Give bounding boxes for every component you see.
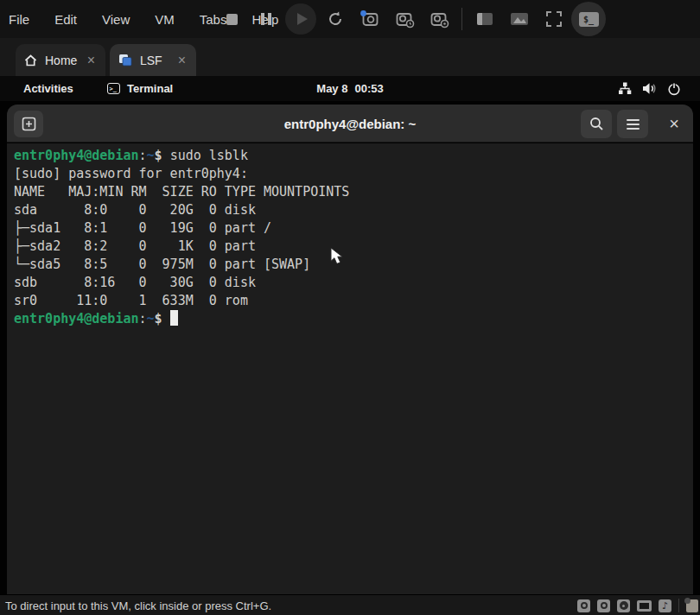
cd-dvd-icon[interactable] bbox=[617, 599, 630, 612]
stop-icon bbox=[226, 14, 238, 25]
close-icon: × bbox=[669, 114, 679, 134]
hard-disk-1-icon[interactable] bbox=[577, 599, 590, 612]
display-icon[interactable] bbox=[637, 600, 652, 612]
restart-vm-button[interactable] bbox=[318, 0, 353, 38]
tab-lsf-close-icon[interactable]: × bbox=[176, 54, 188, 67]
volume-icon bbox=[642, 82, 657, 95]
revert-snapshot-button[interactable] bbox=[387, 0, 422, 38]
fullscreen-button[interactable] bbox=[537, 0, 571, 38]
play-icon bbox=[297, 13, 308, 25]
clock-date: May 8 bbox=[316, 82, 347, 95]
terminal-window: entr0phy4@debian: ~ × bbox=[7, 105, 693, 594]
vm-toolbar: $_ bbox=[214, 0, 606, 38]
console-view-button[interactable]: $_ bbox=[571, 0, 606, 38]
library-panel-button[interactable] bbox=[468, 0, 502, 38]
toolbar-separator bbox=[461, 8, 462, 30]
terminal-output-line: └─sda5 8:5 0 975M 0 part [SWAP] bbox=[14, 256, 693, 274]
statusbar-separator bbox=[678, 599, 679, 612]
search-button[interactable] bbox=[581, 110, 612, 138]
manage-snapshots-icon bbox=[429, 10, 449, 29]
terminal-command: sudo lsblk bbox=[170, 148, 248, 163]
device-indicators: ♪ bbox=[577, 595, 698, 615]
search-icon bbox=[589, 117, 604, 131]
vmware-menubar: File Edit View VM Tabs Help bbox=[0, 0, 700, 38]
new-tab-icon bbox=[22, 117, 36, 131]
menu-edit[interactable]: Edit bbox=[52, 10, 80, 29]
system-status-area[interactable] bbox=[618, 76, 681, 101]
window-close-button[interactable]: × bbox=[669, 105, 679, 143]
vmware-tabbar: Home × LSF × bbox=[0, 38, 700, 76]
hamburger-icon bbox=[627, 119, 640, 130]
pause-vm-button[interactable] bbox=[249, 0, 283, 38]
hard-disk-2-icon[interactable] bbox=[597, 599, 610, 612]
window-menu-button[interactable] bbox=[617, 110, 648, 138]
take-snapshot-button[interactable] bbox=[353, 0, 387, 38]
terminal-screen[interactable]: entr0phy4@debian:~$ sudo lsblk [sudo] pa… bbox=[7, 143, 693, 594]
terminal-output-line: sdb 8:16 0 30G 0 disk bbox=[14, 274, 693, 292]
clock-time: 00:53 bbox=[354, 82, 383, 95]
terminal-prompt-line: entr0phy4@debian:~$ bbox=[14, 310, 693, 328]
clock[interactable]: May 8 00:53 bbox=[0, 76, 700, 101]
tab-lsf-label: LSF bbox=[140, 54, 162, 67]
terminal-output-header: NAME MAJ:MIN RM SIZE RO TYPE MOUNTPOINTS bbox=[14, 183, 693, 201]
tab-home-close-icon[interactable]: × bbox=[86, 54, 97, 67]
console-icon: $_ bbox=[579, 12, 599, 27]
terminal-output-line: sr0 11:0 1 633M 0 rom bbox=[14, 292, 693, 310]
sidebar-panel-icon bbox=[477, 13, 493, 25]
home-icon bbox=[24, 54, 37, 67]
message-log-icon[interactable] bbox=[686, 599, 698, 612]
network-wired-icon bbox=[618, 82, 632, 95]
vm-tab-icon bbox=[118, 54, 132, 67]
tab-home[interactable]: Home × bbox=[16, 44, 105, 76]
terminal-cursor bbox=[170, 310, 178, 326]
mouse-pointer bbox=[328, 247, 344, 265]
tab-home-label: Home bbox=[45, 54, 77, 67]
terminal-prompt-line: entr0phy4@debian:~$ sudo lsblk bbox=[14, 147, 693, 165]
revert-snapshot-icon bbox=[394, 10, 415, 29]
power-icon bbox=[667, 82, 681, 96]
gnome-topbar: Activities >_ Terminal May 8 00:53 bbox=[0, 76, 700, 101]
stop-vm-button[interactable] bbox=[214, 0, 249, 38]
play-vm-button[interactable] bbox=[283, 0, 318, 38]
new-tab-button[interactable] bbox=[14, 111, 43, 137]
refresh-icon bbox=[327, 10, 344, 28]
thumbnail-icon bbox=[511, 13, 528, 25]
fullscreen-icon bbox=[545, 10, 563, 28]
thumbnail-bar-button[interactable] bbox=[502, 0, 537, 38]
terminal-headerbar[interactable]: entr0phy4@debian: ~ × bbox=[7, 105, 693, 143]
tab-lsf[interactable]: LSF × bbox=[110, 44, 196, 76]
terminal-output-line: ├─sda2 8:2 0 1K 0 part bbox=[14, 238, 693, 256]
manage-snapshots-button[interactable] bbox=[422, 0, 456, 38]
menu-vm[interactable]: VM bbox=[152, 10, 177, 29]
pause-icon bbox=[261, 13, 271, 25]
terminal-output-line: ├─sda1 8:1 0 19G 0 part / bbox=[14, 219, 693, 238]
take-snapshot-icon bbox=[360, 10, 380, 29]
sound-icon[interactable]: ♪ bbox=[659, 599, 671, 612]
menu-file[interactable]: File bbox=[6, 10, 32, 29]
terminal-output-line: [sudo] password for entr0phy4: bbox=[14, 165, 693, 183]
terminal-output-line: sda 8:0 0 20G 0 disk bbox=[14, 201, 693, 219]
vmware-statusbar: To direct input to this VM, click inside… bbox=[0, 594, 700, 615]
vm-display[interactable]: Activities >_ Terminal May 8 00:53 bbox=[0, 76, 700, 594]
menu-view[interactable]: View bbox=[99, 10, 132, 29]
status-message: To direct input to this VM, click inside… bbox=[5, 595, 271, 615]
